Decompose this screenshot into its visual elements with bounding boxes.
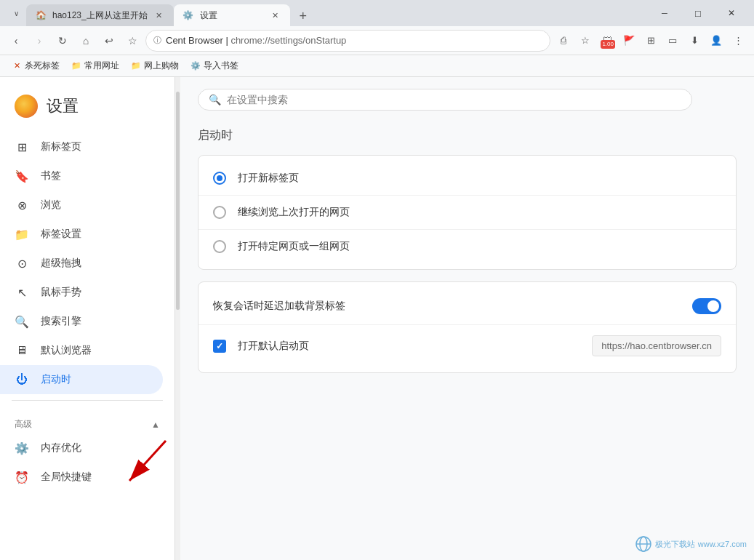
browse-icon: ⊗: [15, 198, 29, 212]
browser-content: 设置 ⊞ 新标签页 🔖 书签 ⊗ 浏览 📁 标签设置: [0, 77, 754, 560]
sidebar-item-on-startup[interactable]: ⏻ 启动时: [0, 365, 163, 394]
address-path: chrome://settings/onStartup: [230, 35, 346, 46]
sidebar-label-memory-optimization: 内存优化: [41, 441, 81, 455]
new-tab-icon: ⊞: [15, 140, 29, 154]
settings-search-bar: 🔍: [180, 77, 754, 122]
extensions-button[interactable]: ⊞: [641, 31, 661, 51]
on-startup-icon: ⏻: [15, 372, 29, 387]
tab-close-settings[interactable]: ✕: [270, 9, 281, 21]
restore-session-toggle[interactable]: [692, 298, 721, 314]
tab-favicon-hao123: 🏠: [35, 9, 47, 21]
sidebar-item-super-drag[interactable]: ⊙ 超级拖拽: [0, 249, 163, 278]
restore-session-row: 恢复会话时延迟加载背景标签: [198, 288, 736, 325]
radio-continue-browsing[interactable]: [213, 206, 226, 219]
option-continue-browsing-label: 继续浏览上次打开的网页: [238, 206, 721, 219]
sidebar-item-default-browser[interactable]: 🖥 默认浏览器: [0, 336, 163, 365]
sidebar-label-default-browser: 默认浏览器: [41, 344, 92, 357]
sidebar-item-memory-optimization[interactable]: ⚙️ 内存优化: [0, 433, 163, 463]
shield-button[interactable]: 🛡 1.00: [597, 31, 617, 51]
settings-logo: [15, 95, 38, 118]
address-bar[interactable]: ⓘ Cent Browser | chrome://settings/onSta…: [145, 30, 550, 52]
radio-open-new-tab[interactable]: [213, 172, 226, 185]
address-domain: Cent Browser: [166, 35, 223, 46]
sidebar-item-browse[interactable]: ⊗ 浏览: [0, 191, 163, 220]
open-default-startup-checkbox[interactable]: [213, 340, 226, 353]
advanced-section-header[interactable]: 高级 ▲: [0, 407, 175, 433]
advanced-label: 高级: [15, 418, 32, 431]
reload-button[interactable]: ↻: [52, 31, 73, 51]
home-button[interactable]: ⌂: [76, 31, 96, 51]
watermark-url: www.xz7.com: [698, 540, 747, 548]
sidebar-scrollbar-track[interactable]: [175, 77, 180, 560]
option-continue-browsing-row[interactable]: 继续浏览上次打开的网页: [198, 196, 736, 230]
share-button[interactable]: ⎙: [553, 31, 574, 51]
memory-optimization-icon: ⚙️: [15, 441, 29, 455]
undo-button[interactable]: ↩: [99, 31, 119, 51]
page-section-title: 启动时: [198, 128, 737, 143]
sidebar-item-mouse-gesture[interactable]: ↖ 鼠标手势: [0, 278, 163, 307]
watermark: 极光下载站 www.xz7.com: [635, 535, 747, 553]
search-input[interactable]: [227, 94, 681, 105]
minimize-icon: [662, 8, 667, 18]
sidebar-item-new-tab[interactable]: ⊞ 新标签页: [0, 132, 163, 161]
option-open-new-tab-row[interactable]: 打开新标签页: [198, 161, 736, 196]
bookmark-kill-tab[interactable]: ✕ 杀死标签: [7, 58, 64, 73]
settings-title: 设置: [47, 95, 79, 117]
download-button[interactable]: ⬇: [684, 31, 705, 51]
minimize-button[interactable]: [648, 1, 681, 25]
open-default-startup-row: 打开默认启动页 https://hao.centbrowser.cn: [198, 325, 736, 367]
profile-button[interactable]: 👤: [706, 31, 726, 51]
close-button[interactable]: [715, 1, 748, 25]
menu-button[interactable]: ⋮: [728, 31, 748, 51]
option-open-specific-row[interactable]: 打开特定网页或一组网页: [198, 230, 736, 263]
bookmark-star-button[interactable]: ☆: [575, 31, 595, 51]
settings-sidebar: 设置 ⊞ 新标签页 🔖 书签 ⊗ 浏览 📁 标签设置: [0, 77, 175, 560]
sidebar-item-tab-settings[interactable]: 📁 标签设置: [0, 220, 163, 249]
tab-settings-icon: 📁: [15, 227, 29, 241]
bookmark-import[interactable]: ⚙️ 导入书签: [186, 58, 243, 73]
star-button[interactable]: ☆: [122, 31, 143, 51]
flag-button[interactable]: 🚩: [619, 31, 639, 51]
tab-hao123[interactable]: 🏠 hao123_上网从这里开始 ✕: [26, 4, 174, 26]
back-button[interactable]: ‹: [6, 31, 26, 51]
folder-icon-shopping: 📁: [131, 61, 141, 71]
maximize-icon: [695, 8, 701, 19]
search-engine-icon: 🔍: [15, 314, 29, 329]
bookmark-common-label: 常用网址: [84, 60, 119, 72]
folder-icon-common: 📁: [71, 61, 81, 71]
tab-chevron-btn[interactable]: ∨: [6, 3, 26, 23]
advanced-chevron: ▲: [151, 420, 160, 430]
sidebar-item-global-shortcuts[interactable]: ⏰ 全局快捷键: [0, 463, 163, 492]
tab-title-settings: 设置: [200, 9, 264, 22]
tab-settings[interactable]: ⚙️ 设置 ✕: [174, 4, 290, 26]
bookmark-shopping[interactable]: 📁 网上购物: [127, 58, 183, 73]
sidebar-label-on-startup: 启动时: [41, 373, 71, 386]
global-shortcuts-icon: ⏰: [15, 470, 29, 484]
sidebar-label-search-engine: 搜索引擎: [41, 315, 81, 328]
sidebar-label-super-drag: 超级拖拽: [41, 257, 81, 270]
sidebar-item-search-engine[interactable]: 🔍 搜索引擎: [0, 307, 163, 336]
forward-button[interactable]: ›: [29, 31, 49, 51]
radio-open-specific[interactable]: [213, 240, 226, 253]
cast-button[interactable]: ▭: [662, 31, 683, 51]
sidebar-label-global-shortcuts: 全局快捷键: [41, 471, 92, 484]
window-controls: [648, 1, 748, 25]
watermark-text: 极光下载站: [655, 539, 695, 550]
sidebar-item-bookmarks[interactable]: 🔖 书签: [0, 161, 163, 191]
tab-close-hao123[interactable]: ✕: [153, 9, 165, 21]
bookmark-common-sites[interactable]: 📁 常用网址: [67, 58, 124, 73]
info-icon: ⓘ: [153, 35, 161, 46]
new-tab-button[interactable]: +: [293, 6, 313, 26]
mouse-gesture-icon: ↖: [15, 285, 29, 300]
sidebar-label-mouse-gesture: 鼠标手势: [41, 286, 81, 299]
watermark-logo: [635, 535, 652, 553]
sidebar-scrollbar-thumb[interactable]: [176, 92, 180, 310]
sidebar-label-bookmarks: 书签: [41, 169, 61, 183]
sidebar-label-browse: 浏览: [41, 199, 61, 212]
kill-tab-icon: ✕: [12, 61, 22, 71]
tab-favicon-settings: ⚙️: [183, 9, 194, 21]
browser-content-wrapper: 设置 ⊞ 新标签页 🔖 书签 ⊗ 浏览 📁 标签设置: [0, 77, 754, 560]
settings-icon-import: ⚙️: [190, 61, 201, 71]
settings-main: 🔍 启动时 打开新标签页: [180, 77, 754, 560]
maximize-button[interactable]: [681, 1, 715, 25]
